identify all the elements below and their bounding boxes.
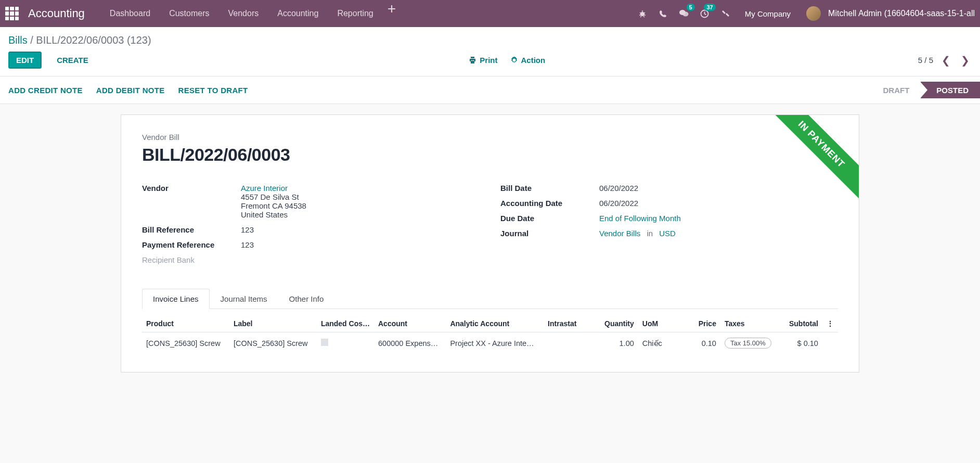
menu-vendors[interactable]: Vendors	[219, 0, 268, 27]
user-name[interactable]: Mitchell Admin (16604604-saas-15-1-all	[824, 9, 975, 18]
create-button[interactable]: CREATE	[49, 52, 96, 69]
cell-product: [CONS_25630] Screw	[142, 332, 229, 354]
col-intrastat[interactable]: Intrastat	[544, 315, 593, 332]
print-icon	[469, 56, 476, 64]
add-credit-note-button[interactable]: ADD CREDIT NOTE	[8, 86, 83, 95]
payment-reference-label: Payment Reference	[142, 240, 241, 249]
invoice-lines-table: Product Label Landed Cos… Account Analyt…	[142, 315, 838, 354]
apps-icon[interactable]	[5, 7, 19, 20]
journal-value[interactable]: Vendor Bills	[599, 229, 640, 238]
doc-title: BILL/2022/06/0003	[142, 145, 838, 165]
cell-taxes: Tax 15.00%	[720, 332, 777, 354]
payment-reference-value: 123	[241, 240, 480, 249]
status-bar: ADD CREDIT NOTE ADD DEBIT NOTE RESET TO …	[0, 76, 980, 104]
vendor-country: United States	[241, 210, 480, 219]
add-debit-note-button[interactable]: ADD DEBIT NOTE	[96, 86, 165, 95]
col-subtotal[interactable]: Subtotal	[777, 315, 822, 332]
col-landed[interactable]: Landed Cos…	[317, 315, 374, 332]
bug-icon[interactable]	[634, 5, 651, 22]
col-quantity[interactable]: Quantity	[593, 315, 638, 332]
action-button[interactable]: Action	[510, 56, 546, 65]
landed-cost-checkbox	[321, 339, 328, 346]
pager-next-icon[interactable]: ❯	[959, 54, 972, 67]
col-options-icon[interactable]: ⋮	[822, 315, 838, 332]
journal-currency[interactable]: USD	[659, 229, 676, 238]
bill-date-label: Bill Date	[500, 184, 599, 192]
col-product[interactable]: Product	[142, 315, 229, 332]
journal-label: Journal	[500, 229, 599, 238]
chat-badge: 5	[687, 4, 695, 11]
cell-price: 0.10	[681, 332, 720, 354]
tax-tag: Tax 15.00%	[725, 338, 771, 349]
pager-value[interactable]: 5 / 5	[918, 56, 933, 65]
pager: 5 / 5 ❮ ❯	[918, 54, 972, 67]
tab-invoice-lines[interactable]: Invoice Lines	[142, 289, 210, 309]
col-label[interactable]: Label	[229, 315, 317, 332]
menu-customers[interactable]: Customers	[160, 0, 218, 27]
bill-date-value: 06/20/2022	[599, 184, 838, 192]
tab-other-info[interactable]: Other Info	[278, 289, 335, 309]
due-date-value[interactable]: End of Following Month	[599, 214, 681, 223]
col-account[interactable]: Account	[374, 315, 446, 332]
status-steps: DRAFT POSTED	[867, 82, 980, 98]
activity-badge: 37	[704, 4, 715, 11]
bill-reference-label: Bill Reference	[142, 225, 241, 234]
due-date-label: Due Date	[500, 214, 599, 223]
clock-icon[interactable]: 37	[696, 5, 714, 22]
tab-journal-items[interactable]: Journal Items	[210, 289, 278, 309]
menu-accounting[interactable]: Accounting	[268, 0, 328, 27]
user-avatar[interactable]	[806, 6, 821, 21]
top-navbar: Accounting Dashboard Customers Vendors A…	[0, 0, 980, 27]
cell-quantity: 1.00	[593, 332, 638, 354]
col-price[interactable]: Price	[681, 315, 720, 332]
form-sheet: IN PAYMENT Vendor Bill BILL/2022/06/0003…	[121, 114, 859, 372]
breadcrumb-current: BILL/2022/06/0003 (123)	[36, 34, 151, 46]
svg-point-0	[640, 12, 644, 16]
menu-dashboard[interactable]: Dashboard	[100, 0, 160, 27]
menu-reporting[interactable]: Reporting	[328, 0, 382, 27]
table-row[interactable]: [CONS_25630] Screw [CONS_25630] Screw 60…	[142, 332, 838, 354]
status-draft[interactable]: DRAFT	[867, 82, 921, 98]
edit-button[interactable]: EDIT	[8, 52, 42, 69]
vendor-city: Fremont CA 94538	[241, 201, 480, 210]
cell-subtotal: $ 0.10	[777, 332, 822, 354]
recipient-bank-value	[241, 255, 480, 264]
svg-point-2	[682, 12, 688, 17]
bill-reference-value: 123	[241, 225, 480, 234]
tools-icon[interactable]	[717, 5, 734, 22]
app-brand[interactable]: Accounting	[28, 7, 85, 20]
main-menu: Dashboard Customers Vendors Accounting R…	[100, 0, 634, 27]
accounting-date-value: 06/20/2022	[599, 199, 838, 208]
cell-label: [CONS_25630] Screw	[229, 332, 317, 354]
gear-icon	[510, 56, 518, 64]
status-posted: POSTED	[921, 82, 980, 98]
pager-prev-icon[interactable]: ❮	[939, 54, 952, 67]
cell-account: 600000 Expens…	[374, 332, 446, 354]
col-taxes[interactable]: Taxes	[720, 315, 777, 332]
doc-type-label: Vendor Bill	[142, 133, 838, 142]
notebook-tabs: Invoice Lines Journal Items Other Info	[142, 288, 838, 309]
accounting-date-label: Accounting Date	[500, 199, 599, 208]
reset-to-draft-button[interactable]: RESET TO DRAFT	[178, 86, 248, 95]
col-analytic[interactable]: Analytic Account	[446, 315, 544, 332]
cell-uom: Chiếc	[638, 332, 682, 354]
cell-analytic: Project XX - Azure Inte…	[446, 332, 544, 354]
chat-icon[interactable]: 5	[675, 5, 693, 22]
print-button[interactable]: Print	[469, 56, 497, 65]
vendor-street: 4557 De Silva St	[241, 192, 480, 201]
col-uom[interactable]: UoM	[638, 315, 682, 332]
cell-landed	[317, 332, 374, 354]
plus-icon[interactable]	[383, 0, 401, 18]
vendor-label: Vendor	[142, 184, 241, 219]
phone-icon[interactable]	[654, 5, 672, 22]
breadcrumb: Bills / BILL/2022/06/0003 (123)	[8, 34, 151, 46]
company-selector[interactable]: My Company	[738, 9, 798, 18]
cell-intrastat	[544, 332, 593, 354]
control-panel: Bills / BILL/2022/06/0003 (123) EDIT CRE…	[0, 27, 980, 76]
recipient-bank-label: Recipient Bank	[142, 255, 241, 264]
breadcrumb-root[interactable]: Bills	[8, 34, 28, 46]
vendor-link[interactable]: Azure Interior	[241, 184, 480, 192]
